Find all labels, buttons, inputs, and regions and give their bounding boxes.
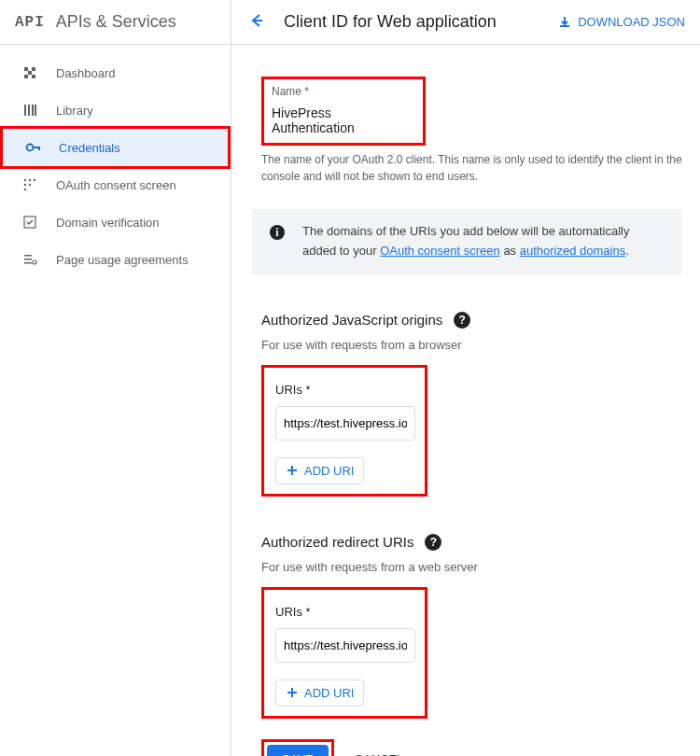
sidebar-title: APIs & Services xyxy=(56,12,176,32)
name-hint: The name of your OAuth 2.0 client. This … xyxy=(261,151,700,185)
info-box: i The domains of the URIs you add below … xyxy=(252,209,681,274)
js-origins-hint: For use with requests from a browser xyxy=(261,338,700,352)
svg-rect-11 xyxy=(38,147,40,150)
svg-point-16 xyxy=(29,184,31,186)
uris-label: URIs * xyxy=(275,383,413,397)
js-origins-uris-box: URIs * ADD URI xyxy=(261,365,427,497)
name-input[interactable]: HivePress Authentication xyxy=(272,105,415,135)
svg-rect-4 xyxy=(32,75,35,78)
content: Name * HivePress Authentication The name… xyxy=(231,45,700,756)
add-js-uri-button[interactable]: ADD URI xyxy=(275,457,364,484)
dashboard-icon xyxy=(22,65,45,80)
help-icon[interactable]: ? xyxy=(425,534,441,551)
sidebar: API APIs & Services Dashboard Library xyxy=(0,0,231,756)
js-origins-title: Authorized JavaScript origins xyxy=(261,312,442,328)
svg-point-15 xyxy=(24,184,26,186)
plus-icon xyxy=(286,686,299,699)
svg-rect-6 xyxy=(28,105,30,116)
redirect-hint: For use with requests from a web server xyxy=(261,560,700,574)
info-icon: i xyxy=(269,224,286,244)
sidebar-item-label: Domain verification xyxy=(56,216,160,230)
sidebar-item-label: Dashboard xyxy=(56,66,116,80)
oauth-consent-link[interactable]: OAuth consent screen xyxy=(380,244,500,258)
sidebar-item-label: Credentials xyxy=(59,141,120,155)
svg-rect-0 xyxy=(24,67,28,71)
svg-rect-21 xyxy=(24,262,32,264)
sidebar-header: API APIs & Services xyxy=(0,0,231,45)
plus-icon xyxy=(286,464,299,477)
sidebar-item-domain-verification[interactable]: Domain verification xyxy=(0,203,231,241)
sidebar-item-library[interactable]: Library xyxy=(0,91,231,129)
name-field-group: Name * HivePress Authentication xyxy=(261,77,426,146)
authorized-domains-link[interactable]: authorized domains xyxy=(520,244,625,258)
svg-point-22 xyxy=(33,260,36,264)
uris-label: URIs * xyxy=(275,605,413,619)
back-arrow-icon[interactable] xyxy=(246,11,265,33)
sidebar-item-label: Page usage agreements xyxy=(56,253,189,267)
redirect-uri-input[interactable] xyxy=(275,628,415,663)
save-button[interactable]: SAVE xyxy=(267,745,329,756)
sidebar-items: Dashboard Library Credentials xyxy=(0,45,231,278)
svg-rect-1 xyxy=(32,67,35,71)
svg-point-14 xyxy=(34,179,35,181)
svg-rect-3 xyxy=(24,75,28,78)
svg-point-9 xyxy=(27,145,34,151)
sidebar-item-label: OAuth consent screen xyxy=(56,178,176,192)
add-redirect-uri-button[interactable]: ADD URI xyxy=(275,679,364,707)
svg-rect-2 xyxy=(28,71,32,75)
actions: SAVE CANCEL xyxy=(261,739,700,756)
consent-icon xyxy=(22,177,45,192)
svg-point-17 xyxy=(24,189,26,190)
api-logo: API xyxy=(15,14,45,31)
svg-rect-5 xyxy=(24,105,26,116)
settings-icon xyxy=(22,252,45,267)
check-icon xyxy=(22,215,45,230)
page-title: Client ID for Web application xyxy=(284,12,557,32)
svg-rect-20 xyxy=(24,259,32,260)
main: Client ID for Web application DOWNLOAD J… xyxy=(231,0,700,756)
cancel-button[interactable]: CANCEL xyxy=(355,752,404,756)
main-header: Client ID for Web application DOWNLOAD J… xyxy=(231,0,700,45)
svg-point-12 xyxy=(24,179,26,181)
svg-rect-8 xyxy=(35,105,36,116)
info-text: The domains of the URIs you add below wi… xyxy=(302,222,665,261)
svg-rect-19 xyxy=(24,255,32,257)
download-icon xyxy=(557,15,572,30)
sidebar-item-dashboard[interactable]: Dashboard xyxy=(0,54,231,91)
svg-point-13 xyxy=(29,179,31,181)
sidebar-item-oauth-consent[interactable]: OAuth consent screen xyxy=(0,166,231,203)
js-origin-uri-input[interactable] xyxy=(275,406,415,441)
sidebar-item-label: Library xyxy=(56,104,93,118)
key-icon xyxy=(25,139,48,156)
js-origins-section: Authorized JavaScript origins ? For use … xyxy=(261,312,700,497)
redirect-uris-box: URIs * ADD URI xyxy=(261,587,427,719)
svg-rect-7 xyxy=(32,105,34,116)
download-json-button[interactable]: DOWNLOAD JSON xyxy=(557,15,685,30)
sidebar-item-page-usage[interactable]: Page usage agreements xyxy=(0,241,231,278)
redirect-uris-section: Authorized redirect URIs ? For use with … xyxy=(261,534,700,719)
library-icon xyxy=(22,103,45,118)
name-label: Name * xyxy=(272,85,415,98)
redirect-title: Authorized redirect URIs xyxy=(261,534,413,550)
help-icon[interactable]: ? xyxy=(454,312,470,329)
sidebar-item-credentials[interactable]: Credentials xyxy=(3,129,228,166)
